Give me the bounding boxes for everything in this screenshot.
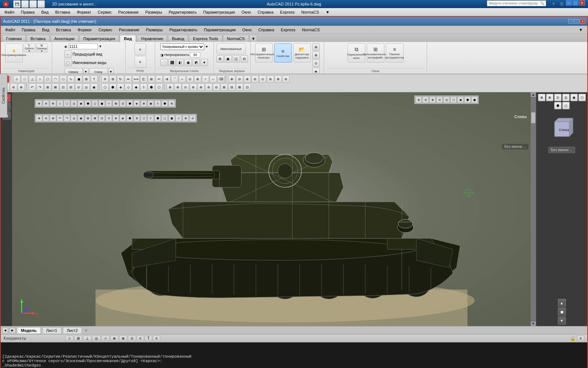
inner-menu-modify[interactable]: Редактировать <box>166 27 200 33</box>
tb2-b15[interactable]: ◈ <box>117 84 124 91</box>
ft-btn15[interactable]: ◈ <box>133 100 140 107</box>
tb-fillet[interactable]: ⌒ <box>171 75 178 83</box>
ft-btn3[interactable]: ⊗ <box>50 100 56 107</box>
tb-link3[interactable]: ⊗ <box>244 75 251 83</box>
dyn-btn[interactable]: ⊙ <box>128 336 136 341</box>
tb-text[interactable]: T <box>90 75 98 83</box>
palette-btn2[interactable]: ⊗ <box>312 52 320 59</box>
tb2-b9[interactable]: ⊟ <box>67 84 75 91</box>
menu-format[interactable]: Формат <box>74 9 94 15</box>
maximize-btn[interactable]: □ <box>573 0 578 6</box>
tb2-b11[interactable]: ◎ <box>83 84 90 91</box>
menu-modify[interactable]: Редактировать <box>166 9 200 15</box>
menu-insert[interactable]: Вставка <box>52 9 73 15</box>
tb-hatch[interactable]: ⊞ <box>83 75 90 83</box>
tb-spline[interactable]: ∿ <box>67 75 75 83</box>
prev-view-btn[interactable]: ← <box>64 50 72 58</box>
ft2-btn7[interactable]: ◉ <box>78 115 84 121</box>
tb-link4[interactable]: ⊘ <box>251 75 259 83</box>
ft-btn17[interactable]: ◉ <box>147 100 154 107</box>
help-btn[interactable]: ? <box>550 0 557 8</box>
ft2-btn11[interactable]: ⊙ <box>105 115 112 121</box>
inner-menu-file[interactable]: Файл <box>2 27 18 33</box>
tb-tri[interactable]: △ <box>29 75 36 83</box>
ft-btn12[interactable]: ⊠ <box>112 100 119 107</box>
tab-expand[interactable]: ▼ <box>250 35 257 42</box>
named-views-btn[interactable]: 📋 <box>64 59 72 66</box>
ducs-btn[interactable]: ⊗ <box>119 336 127 341</box>
tb2-b12[interactable]: ◉ <box>90 84 98 91</box>
grid-btn[interactable]: ⊞ <box>74 336 82 341</box>
ft2-btn13[interactable]: ◈ <box>119 115 126 121</box>
inner-menu-draw[interactable]: Рисование <box>116 27 142 33</box>
ft2-btn4[interactable]: ↶ <box>57 115 63 121</box>
view-cube-right[interactable]: Слева <box>547 114 577 144</box>
inner-close-btn[interactable]: ✕ <box>580 19 585 24</box>
inner-menu-insert[interactable]: Вставка <box>53 27 74 33</box>
layer-input[interactable] <box>68 43 98 49</box>
qat-dropdown[interactable]: ▼ <box>37 0 45 8</box>
inner-menu-express[interactable]: Express <box>278 27 298 33</box>
ft-btn10[interactable]: ◼ <box>98 100 105 107</box>
tb2-b6[interactable]: ⊞ <box>44 84 51 91</box>
ft2-btn12[interactable]: ⊗ <box>112 115 119 121</box>
tb-snap[interactable]: ⊹ <box>13 75 21 83</box>
vstyle-btn5[interactable]: ◩ <box>193 59 200 66</box>
inner-menu-format[interactable]: Формат <box>75 27 95 33</box>
menu-draw[interactable]: Рисование <box>115 9 141 15</box>
tab-sheet2[interactable]: Лист2 <box>63 327 82 333</box>
rp-btn1[interactable]: ⊕ <box>538 94 545 101</box>
ft2-btn19[interactable]: ◻ <box>161 115 168 121</box>
rp-btn7[interactable]: ⬢ <box>554 102 562 109</box>
tab-insert[interactable]: Вставка <box>26 35 50 42</box>
tb-break[interactable]: ÷ <box>202 75 209 83</box>
tb2-b17[interactable]: ◆ <box>132 84 140 91</box>
tb-rect[interactable]: □ <box>21 75 28 83</box>
tb-link1[interactable]: ⊕ <box>228 75 236 83</box>
ft-btn20[interactable]: ⊚ <box>168 100 175 107</box>
tb-link2[interactable]: ⊖ <box>236 75 243 83</box>
tb2-b29[interactable]: ⊟ <box>228 84 236 91</box>
view-expand1[interactable]: ▼ <box>83 68 89 74</box>
tab-manage[interactable]: Управление <box>137 35 167 42</box>
rp-btn2[interactable]: ⊗ <box>546 94 553 101</box>
tb-ellipse[interactable]: ⬭ <box>60 75 67 83</box>
rp-btn4[interactable]: ◎ <box>562 94 570 101</box>
inner-menu-params[interactable]: Параметризация <box>201 27 239 33</box>
inner-menu-window[interactable]: Окно <box>239 27 255 33</box>
vstyle-btn1[interactable]: ⬜ <box>160 59 168 66</box>
tb-link6[interactable]: ⊚ <box>267 75 274 83</box>
tb2-b13[interactable]: ⬡ <box>101 84 109 91</box>
tb-region[interactable]: ◼ <box>75 75 82 83</box>
ft2-btn14[interactable]: ⬟ <box>126 115 133 121</box>
scroll-up-btn[interactable]: ▲ <box>531 92 536 98</box>
tab-sheet1[interactable]: Лист1 <box>42 327 61 333</box>
ft-btn16[interactable]: ⊗ <box>140 100 147 107</box>
ortho-btn[interactable]: ⊥ <box>83 336 92 341</box>
vp-btn3[interactable]: ◫ <box>233 55 240 63</box>
btn-orbit[interactable]: ↻ Орбита ▼ <box>24 43 35 52</box>
btn-toolbars[interactable]: ≡ Панели инструментов <box>386 43 404 63</box>
vp-btn1[interactable]: ⊞ <box>216 55 224 63</box>
ftr-btn9[interactable]: ◼ <box>471 96 478 103</box>
search-input[interactable] <box>489 1 540 5</box>
vstyle-expand[interactable]: ▼ <box>205 45 208 49</box>
vstyle-expand2[interactable]: ▼ <box>201 59 208 66</box>
tab-model[interactable]: Модель <box>17 327 41 333</box>
tb2-b5[interactable]: ↷ <box>36 84 44 91</box>
inner-menu-help[interactable]: Справка <box>255 27 277 33</box>
named-vp-btn[interactable]: Именованные <box>216 43 246 54</box>
tb2-b20[interactable]: ⬠ <box>155 84 163 91</box>
tb-scale[interactable]: ⇔ <box>125 75 132 83</box>
tb2-b25[interactable]: ⊛ <box>197 84 205 91</box>
ft2-btn3[interactable]: ⊗ <box>50 115 56 121</box>
inner-maximize-btn[interactable]: □ <box>574 19 579 24</box>
tb-poly[interactable]: ⬡ <box>44 75 51 83</box>
ft2-btn8[interactable]: ⊞ <box>85 115 91 121</box>
ft2-btn9[interactable]: ⊠ <box>92 115 98 121</box>
view-expand2[interactable]: ▼ <box>108 68 114 74</box>
tb2-b14[interactable]: ⬢ <box>109 84 116 91</box>
tab-normacs[interactable]: NormaCS <box>223 35 249 42</box>
palette-btn3[interactable]: ⊙ <box>312 60 320 67</box>
rp-btn6[interactable]: ⬡ <box>578 94 586 101</box>
